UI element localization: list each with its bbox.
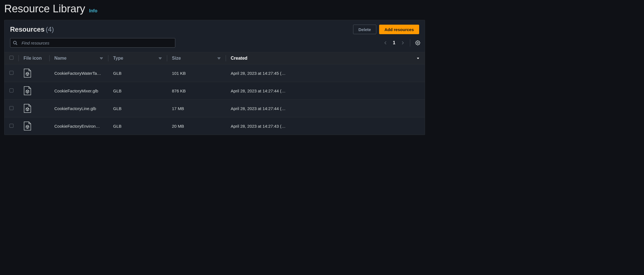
col-type[interactable]: Type xyxy=(108,52,167,64)
sort-caret-icon xyxy=(217,57,221,60)
cell-created: April 28, 2023 at 14:27:45 (… xyxy=(226,64,425,82)
col-select-all xyxy=(4,52,18,64)
cell-size: 20 MB xyxy=(167,117,226,135)
panel-title-wrap: Resources (4) xyxy=(10,25,54,33)
add-resources-button[interactable]: Add resources xyxy=(379,25,419,34)
col-size-label: Size xyxy=(172,56,181,61)
table-row[interactable]: CookieFactoryEnvironment.… GLB 20 MB Apr… xyxy=(4,117,425,135)
table-row[interactable]: CookieFactoryLine.glb GLB 17 MB April 28… xyxy=(4,100,425,117)
select-all-checkbox[interactable] xyxy=(10,56,13,60)
sort-caret-down-icon xyxy=(416,57,420,60)
prev-page-button[interactable] xyxy=(382,39,389,46)
cell-type: GLB xyxy=(108,100,167,117)
svg-marker-4 xyxy=(159,58,161,59)
panel-count: (4) xyxy=(46,25,54,33)
col-created-label: Created xyxy=(231,56,248,61)
svg-point-2 xyxy=(417,42,419,44)
info-link[interactable]: Info xyxy=(89,8,97,13)
col-file-icon-label: File icon xyxy=(24,56,42,60)
page-header: Resource Library Info xyxy=(4,3,425,15)
svg-line-1 xyxy=(16,44,17,45)
svg-marker-5 xyxy=(218,58,220,59)
file-icon xyxy=(24,121,44,131)
sort-caret-icon xyxy=(100,57,103,60)
cell-name: CookieFactoryWaterTank.glb xyxy=(49,64,108,82)
table-row[interactable]: CookieFactoryWaterTank.glb GLB 101 KB Ap… xyxy=(4,64,425,82)
cell-type: GLB xyxy=(108,117,167,135)
col-name[interactable]: Name xyxy=(49,52,108,64)
resources-table: File icon Name Type xyxy=(4,52,425,135)
settings-button[interactable] xyxy=(414,39,421,46)
gear-icon xyxy=(415,40,420,45)
cell-size: 101 KB xyxy=(167,64,226,82)
row-checkbox[interactable] xyxy=(10,124,13,128)
svg-marker-6 xyxy=(417,58,419,59)
col-created[interactable]: Created xyxy=(226,52,425,64)
page-number: 1 xyxy=(391,40,397,45)
table-row[interactable]: CookieFactoryMixer.glb GLB 876 KB April … xyxy=(4,82,425,100)
svg-marker-3 xyxy=(100,58,102,59)
row-checkbox[interactable] xyxy=(10,71,13,75)
separator xyxy=(410,39,410,46)
next-page-button[interactable] xyxy=(399,39,406,46)
cell-size: 17 MB xyxy=(167,100,226,117)
search-input[interactable] xyxy=(10,38,175,48)
file-icon xyxy=(24,86,44,95)
resources-panel: Resources (4) Delete Add resources xyxy=(4,20,425,135)
search-icon xyxy=(13,41,17,45)
cell-name: CookieFactoryLine.glb xyxy=(49,100,108,117)
row-checkbox[interactable] xyxy=(10,88,13,92)
file-icon xyxy=(24,104,44,113)
page-title: Resource Library xyxy=(4,3,85,15)
panel-title: Resources xyxy=(10,25,45,33)
col-name-label: Name xyxy=(54,56,67,61)
svg-point-0 xyxy=(13,41,16,44)
cell-type: GLB xyxy=(108,64,167,82)
cell-name: CookieFactoryMixer.glb xyxy=(49,82,108,100)
cell-created: April 28, 2023 at 14:27:44 (… xyxy=(226,82,425,100)
delete-button[interactable]: Delete xyxy=(353,25,376,34)
cell-created: April 28, 2023 at 14:27:44 (… xyxy=(226,100,425,117)
col-type-label: Type xyxy=(113,56,123,61)
cell-created: April 28, 2023 at 14:27:43 (… xyxy=(226,117,425,135)
cell-name: CookieFactoryEnvironment.… xyxy=(49,117,108,135)
search-wrap xyxy=(10,38,175,48)
col-file-icon: File icon xyxy=(18,52,49,64)
file-icon xyxy=(24,68,44,78)
sort-caret-icon xyxy=(158,57,162,60)
row-checkbox[interactable] xyxy=(10,106,13,110)
cell-type: GLB xyxy=(108,82,167,100)
cell-size: 876 KB xyxy=(167,82,226,100)
col-size[interactable]: Size xyxy=(167,52,226,64)
